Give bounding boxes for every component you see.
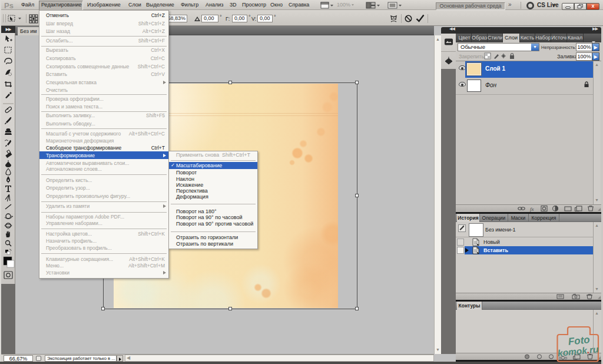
svg-text:komok.ru: komok.ru (557, 344, 599, 358)
svg-text:fx: fx (530, 206, 534, 212)
